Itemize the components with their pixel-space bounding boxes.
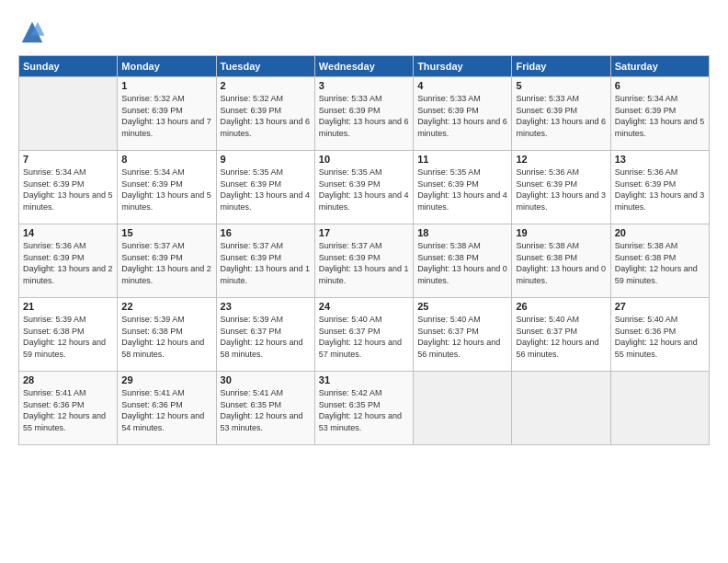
day-number: 8 [121, 154, 211, 165]
calendar-cell: 11 Sunrise: 5:35 AMSunset: 6:39 PMDaylig… [414, 151, 512, 224]
day-info: Sunrise: 5:35 AMSunset: 6:39 PMDaylight:… [319, 167, 409, 213]
calendar-cell: 12 Sunrise: 5:36 AMSunset: 6:39 PMDaylig… [512, 151, 610, 224]
day-info: Sunrise: 5:37 AMSunset: 6:39 PMDaylight:… [319, 240, 409, 286]
day-number: 12 [516, 154, 606, 165]
calendar-week-row: 21 Sunrise: 5:39 AMSunset: 6:38 PMDaylig… [19, 298, 710, 372]
day-number: 13 [615, 154, 705, 165]
day-number: 5 [516, 80, 606, 91]
calendar-cell: 22 Sunrise: 5:39 AMSunset: 6:38 PMDaylig… [118, 298, 216, 372]
day-number: 1 [121, 80, 211, 91]
day-info: Sunrise: 5:37 AMSunset: 6:39 PMDaylight:… [121, 240, 211, 286]
day-info: Sunrise: 5:35 AMSunset: 6:39 PMDaylight:… [221, 167, 311, 213]
calendar-cell: 24 Sunrise: 5:40 AMSunset: 6:37 PMDaylig… [314, 298, 413, 372]
day-info: Sunrise: 5:40 AMSunset: 6:37 PMDaylight:… [417, 314, 507, 360]
day-number: 7 [23, 154, 113, 165]
header-monday: Monday [118, 56, 216, 77]
day-info: Sunrise: 5:33 AMSunset: 6:39 PMDaylight:… [516, 93, 606, 139]
calendar-week-row: 7 Sunrise: 5:34 AMSunset: 6:39 PMDayligh… [19, 151, 710, 224]
day-info: Sunrise: 5:39 AMSunset: 6:38 PMDaylight:… [121, 314, 211, 360]
day-info: Sunrise: 5:38 AMSunset: 6:38 PMDaylight:… [417, 240, 507, 286]
calendar-cell: 29 Sunrise: 5:41 AMSunset: 6:36 PMDaylig… [118, 372, 216, 445]
calendar-week-row: 28 Sunrise: 5:41 AMSunset: 6:36 PMDaylig… [19, 372, 710, 445]
day-number: 6 [615, 80, 705, 91]
calendar-cell: 18 Sunrise: 5:38 AMSunset: 6:38 PMDaylig… [414, 224, 512, 298]
day-number: 9 [221, 154, 311, 165]
day-number: 18 [417, 227, 507, 238]
day-info: Sunrise: 5:39 AMSunset: 6:38 PMDaylight:… [23, 314, 113, 360]
calendar-cell: 15 Sunrise: 5:37 AMSunset: 6:39 PMDaylig… [118, 224, 216, 298]
calendar-cell: 7 Sunrise: 5:34 AMSunset: 6:39 PMDayligh… [19, 151, 118, 224]
calendar-cell: 17 Sunrise: 5:37 AMSunset: 6:39 PMDaylig… [314, 224, 413, 298]
day-number: 22 [121, 301, 211, 312]
day-number: 26 [516, 301, 606, 312]
day-number: 4 [417, 80, 507, 91]
calendar-header-row: SundayMondayTuesdayWednesdayThursdayFrid… [19, 56, 710, 77]
day-info: Sunrise: 5:36 AMSunset: 6:39 PMDaylight:… [615, 167, 705, 213]
day-number: 29 [121, 374, 211, 385]
day-info: Sunrise: 5:34 AMSunset: 6:39 PMDaylight:… [615, 93, 705, 139]
day-info: Sunrise: 5:37 AMSunset: 6:39 PMDaylight:… [221, 240, 311, 286]
calendar-cell [19, 77, 118, 151]
day-info: Sunrise: 5:34 AMSunset: 6:39 PMDaylight:… [121, 167, 211, 213]
calendar-cell: 21 Sunrise: 5:39 AMSunset: 6:38 PMDaylig… [19, 298, 118, 372]
calendar-cell: 27 Sunrise: 5:40 AMSunset: 6:36 PMDaylig… [610, 298, 709, 372]
calendar-cell: 19 Sunrise: 5:38 AMSunset: 6:38 PMDaylig… [512, 224, 610, 298]
day-info: Sunrise: 5:32 AMSunset: 6:39 PMDaylight:… [121, 93, 211, 139]
calendar-cell: 5 Sunrise: 5:33 AMSunset: 6:39 PMDayligh… [512, 77, 610, 151]
day-number: 11 [417, 154, 507, 165]
calendar-cell: 10 Sunrise: 5:35 AMSunset: 6:39 PMDaylig… [314, 151, 413, 224]
day-info: Sunrise: 5:33 AMSunset: 6:39 PMDaylight:… [319, 93, 409, 139]
day-number: 30 [221, 374, 311, 385]
calendar-cell: 9 Sunrise: 5:35 AMSunset: 6:39 PMDayligh… [216, 151, 314, 224]
calendar-cell: 26 Sunrise: 5:40 AMSunset: 6:37 PMDaylig… [512, 298, 610, 372]
day-info: Sunrise: 5:38 AMSunset: 6:38 PMDaylight:… [516, 240, 606, 286]
header-sunday: Sunday [19, 56, 118, 77]
day-info: Sunrise: 5:39 AMSunset: 6:37 PMDaylight:… [221, 314, 311, 360]
day-number: 17 [319, 227, 409, 238]
calendar-table: SundayMondayTuesdayWednesdayThursdayFrid… [18, 55, 710, 445]
calendar-cell: 25 Sunrise: 5:40 AMSunset: 6:37 PMDaylig… [414, 298, 512, 372]
header-thursday: Thursday [414, 56, 512, 77]
logo [18, 18, 50, 46]
calendar-cell: 23 Sunrise: 5:39 AMSunset: 6:37 PMDaylig… [216, 298, 314, 372]
day-info: Sunrise: 5:40 AMSunset: 6:37 PMDaylight:… [319, 314, 409, 360]
logo-icon [18, 18, 46, 46]
calendar-cell [414, 372, 512, 445]
header-tuesday: Tuesday [216, 56, 314, 77]
calendar-cell: 13 Sunrise: 5:36 AMSunset: 6:39 PMDaylig… [610, 151, 709, 224]
day-info: Sunrise: 5:36 AMSunset: 6:39 PMDaylight:… [23, 240, 113, 286]
calendar-cell: 31 Sunrise: 5:42 AMSunset: 6:35 PMDaylig… [314, 372, 413, 445]
day-number: 20 [615, 227, 705, 238]
header-saturday: Saturday [610, 56, 709, 77]
day-info: Sunrise: 5:41 AMSunset: 6:35 PMDaylight:… [221, 387, 311, 433]
day-info: Sunrise: 5:42 AMSunset: 6:35 PMDaylight:… [319, 387, 409, 433]
day-number: 3 [319, 80, 409, 91]
day-info: Sunrise: 5:41 AMSunset: 6:36 PMDaylight:… [23, 387, 113, 433]
day-number: 14 [23, 227, 113, 238]
calendar-cell: 28 Sunrise: 5:41 AMSunset: 6:36 PMDaylig… [19, 372, 118, 445]
calendar-cell [610, 372, 709, 445]
day-info: Sunrise: 5:41 AMSunset: 6:36 PMDaylight:… [121, 387, 211, 433]
calendar-cell: 3 Sunrise: 5:33 AMSunset: 6:39 PMDayligh… [314, 77, 413, 151]
day-number: 21 [23, 301, 113, 312]
calendar-week-row: 1 Sunrise: 5:32 AMSunset: 6:39 PMDayligh… [19, 77, 710, 151]
day-number: 28 [23, 374, 113, 385]
calendar-cell: 1 Sunrise: 5:32 AMSunset: 6:39 PMDayligh… [118, 77, 216, 151]
day-number: 23 [221, 301, 311, 312]
day-info: Sunrise: 5:32 AMSunset: 6:39 PMDaylight:… [221, 93, 311, 139]
day-info: Sunrise: 5:35 AMSunset: 6:39 PMDaylight:… [417, 167, 507, 213]
day-number: 25 [417, 301, 507, 312]
calendar-week-row: 14 Sunrise: 5:36 AMSunset: 6:39 PMDaylig… [19, 224, 710, 298]
day-number: 31 [319, 374, 409, 385]
day-number: 2 [221, 80, 311, 91]
calendar-cell: 4 Sunrise: 5:33 AMSunset: 6:39 PMDayligh… [414, 77, 512, 151]
day-info: Sunrise: 5:40 AMSunset: 6:36 PMDaylight:… [615, 314, 705, 360]
page-header [18, 18, 710, 46]
day-number: 16 [221, 227, 311, 238]
calendar-cell: 20 Sunrise: 5:38 AMSunset: 6:38 PMDaylig… [610, 224, 709, 298]
calendar-cell: 30 Sunrise: 5:41 AMSunset: 6:35 PMDaylig… [216, 372, 314, 445]
calendar-cell: 14 Sunrise: 5:36 AMSunset: 6:39 PMDaylig… [19, 224, 118, 298]
day-info: Sunrise: 5:33 AMSunset: 6:39 PMDaylight:… [417, 93, 507, 139]
calendar-cell: 2 Sunrise: 5:32 AMSunset: 6:39 PMDayligh… [216, 77, 314, 151]
day-info: Sunrise: 5:38 AMSunset: 6:38 PMDaylight:… [615, 240, 705, 286]
